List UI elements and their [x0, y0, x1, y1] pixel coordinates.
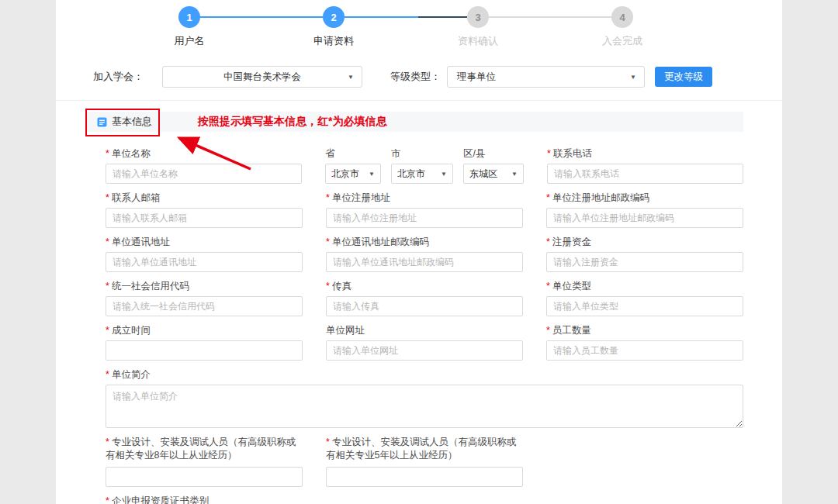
website-field: 单位网址 — [326, 324, 523, 361]
form-row: *联系人邮箱 *单位注册地址 *单位注册地址邮政编码 — [106, 192, 743, 228]
mail-zip-input[interactable] — [326, 252, 523, 272]
field-label: *单位名称 — [106, 147, 302, 160]
reg-zip-field: *单位注册地址邮政编码 — [546, 192, 743, 228]
field-label: *员工数量 — [546, 324, 743, 337]
page-background: 1 用户名 2 申请资料 3 资料确认 4 入会完成 加入学会： — [0, 0, 838, 504]
step-1-circle: 1 — [178, 6, 200, 28]
province-select[interactable]: 北京市 ▼ — [325, 164, 381, 184]
required-asterisk: * — [106, 236, 109, 247]
field-label: *统一社会信用代码 — [106, 280, 303, 292]
capital-field: *注册资金 — [546, 236, 743, 272]
field-label: *单位注册地址邮政编码 — [546, 192, 743, 204]
employees-field: *员工数量 — [546, 324, 743, 361]
district-field: 区/县 东城区 ▼ — [463, 147, 524, 184]
fax-input[interactable] — [326, 296, 523, 316]
employees-input[interactable] — [546, 340, 743, 361]
field-label: *联系电话 — [547, 147, 743, 160]
annotation-text: 按照提示填写基本信息，红*为必填信息 — [198, 115, 386, 129]
intro-textarea[interactable] — [106, 385, 743, 428]
field-label: *单位简介 — [106, 368, 743, 381]
staff-8y-field: *专业设计、安装及调试人员（有高级职称或有相关专业8年以上从业经历） — [106, 436, 303, 487]
step-username[interactable]: 1 用户名 — [178, 6, 200, 28]
reg-address-input[interactable] — [326, 208, 523, 228]
step-data-confirm[interactable]: 3 资料确认 — [467, 6, 489, 28]
toolbar-section: 加入学会： 中国舞台美术学会 ▼ 等级类型： 理事单位 ▼ 更改等级 — [56, 66, 782, 101]
reg-address-field: *单位注册地址 — [326, 192, 523, 228]
form-row: *成立时间 单位网址 *员工数量 — [106, 324, 743, 361]
founded-field: *成立时间 — [106, 324, 303, 361]
staff-5y-input[interactable] — [326, 467, 523, 487]
field-label: *传真 — [326, 280, 523, 292]
website-input[interactable] — [326, 340, 523, 361]
email-input[interactable] — [106, 208, 303, 228]
step-3-label: 资料确认 — [458, 34, 498, 48]
required-asterisk: * — [106, 437, 109, 447]
intro-field: *单位简介 — [106, 368, 743, 428]
mail-address-input[interactable] — [106, 252, 303, 272]
field-label: *专业设计、安装及调试人员（有高级职称或有相关专业8年以上从业经历） — [106, 436, 303, 462]
district-select[interactable]: 东城区 ▼ — [463, 164, 524, 184]
dropdown-arrow-icon: ▼ — [348, 74, 354, 81]
step-application-data[interactable]: 2 申请资料 — [323, 6, 345, 28]
form-row: *单位通讯地址 *单位通讯地址邮政编码 *注册资金 — [106, 236, 743, 272]
form-row: *单位简介 — [106, 368, 743, 428]
mail-zip-field: *单位通讯地址邮政编码 — [326, 236, 523, 272]
field-label: *单位类型 — [546, 280, 743, 292]
step-connector-3 — [489, 16, 611, 18]
step-2-circle: 2 — [323, 6, 345, 28]
unit-type-input[interactable] — [546, 296, 743, 316]
main-content: 1 用户名 2 申请资料 3 资料确认 4 入会完成 加入学会： — [56, 0, 782, 504]
basic-info-icon — [97, 117, 107, 127]
required-asterisk: * — [546, 281, 550, 292]
step-1-label: 用户名 — [175, 34, 205, 48]
form-row: *企业申报资质证书类别 — [106, 495, 743, 504]
required-asterisk: * — [326, 236, 330, 247]
level-type-select[interactable]: 理事单位 ▼ — [447, 66, 645, 88]
city-select[interactable]: 北京市 ▼ — [391, 164, 453, 184]
city-label: 市 — [391, 147, 453, 160]
form-row: *专业设计、安装及调试人员（有高级职称或有相关专业8年以上从业经历） *专业设计… — [106, 436, 743, 487]
required-asterisk: * — [106, 495, 109, 504]
required-asterisk: * — [106, 192, 109, 203]
step-complete[interactable]: 4 入会完成 — [611, 6, 633, 28]
step-connector-1 — [200, 16, 323, 18]
city-field: 市 北京市 ▼ — [391, 147, 453, 184]
credit-code-input[interactable] — [106, 296, 303, 316]
unit-type-field: *单位类型 — [546, 280, 743, 316]
step-connector-2 — [345, 16, 467, 18]
society-label: 加入学会： — [93, 70, 144, 84]
field-label: *单位通讯地址 — [106, 236, 303, 248]
reg-zip-input[interactable] — [546, 208, 743, 228]
dropdown-arrow-icon: ▼ — [630, 74, 636, 81]
toolbar: 加入学会： 中国舞台美术学会 ▼ 等级类型： 理事单位 ▼ 更改等级 — [56, 66, 782, 88]
step-2-label: 申请资料 — [313, 34, 354, 48]
section-header-wrap: 基本信息 按照提示填写基本信息，红*为必填信息 — [85, 112, 743, 132]
field-label: *注册资金 — [546, 236, 743, 248]
province-label: 省 — [325, 147, 381, 160]
credit-code-field: *统一社会信用代码 — [106, 280, 303, 316]
change-level-button[interactable]: 更改等级 — [655, 67, 712, 87]
cert-category-field: *企业申报资质证书类别 — [106, 495, 303, 504]
required-asterisk: * — [326, 281, 330, 292]
level-type-select-value: 理事单位 — [457, 71, 496, 84]
capital-input[interactable] — [546, 252, 743, 272]
dropdown-arrow-icon: ▼ — [441, 171, 447, 178]
section-title: 基本信息 — [112, 115, 152, 129]
required-asterisk: * — [547, 148, 551, 159]
founded-input[interactable] — [106, 340, 303, 361]
unit-name-field: *单位名称 — [106, 147, 302, 184]
step-4-circle: 4 — [611, 6, 633, 28]
level-type-label: 等级类型： — [390, 70, 441, 84]
unit-name-input[interactable] — [106, 164, 302, 184]
region-group: 省 北京市 ▼ 市 北京市 ▼ 区/县 — [325, 147, 524, 184]
staff-8y-input[interactable] — [106, 467, 303, 487]
field-label: *企业申报资质证书类别 — [106, 495, 303, 504]
field-label: *单位通讯地址邮政编码 — [326, 236, 523, 248]
email-field: *联系人邮箱 — [106, 192, 303, 228]
wizard-stepper: 1 用户名 2 申请资料 3 资料确认 4 入会完成 — [56, 0, 782, 28]
society-select[interactable]: 中国舞台美术学会 ▼ — [162, 66, 362, 88]
field-label: *成立时间 — [106, 324, 303, 337]
required-asterisk: * — [106, 369, 109, 380]
phone-input[interactable] — [547, 164, 743, 184]
province-value: 北京市 — [331, 167, 359, 181]
